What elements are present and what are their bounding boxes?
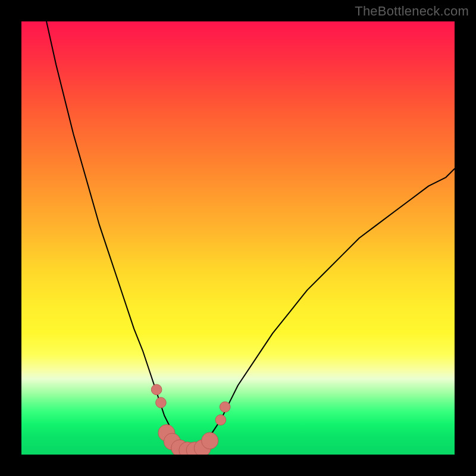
data-marker: [202, 433, 218, 449]
data-marker: [220, 402, 230, 412]
plot-svg: [21, 21, 455, 455]
chart-frame: TheBottleneck.com: [0, 0, 476, 476]
watermark-text: TheBottleneck.com: [355, 4, 469, 19]
plot-area: [21, 21, 455, 455]
data-marker: [156, 397, 167, 408]
curve-line: [30, 21, 455, 450]
data-marker: [151, 384, 162, 395]
data-marker: [215, 415, 226, 425]
